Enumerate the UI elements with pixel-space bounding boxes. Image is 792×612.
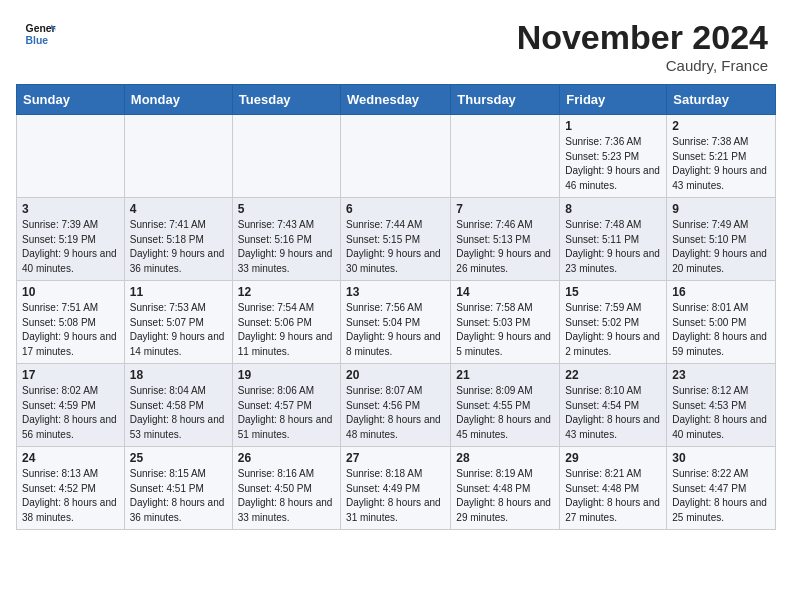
day-info: Sunrise: 8:18 AMSunset: 4:49 PMDaylight:… — [346, 467, 445, 525]
weekday-header-saturday: Saturday — [667, 85, 776, 115]
day-info: Sunrise: 7:56 AMSunset: 5:04 PMDaylight:… — [346, 301, 445, 359]
day-number: 9 — [672, 202, 770, 216]
svg-text:Blue: Blue — [26, 35, 49, 46]
calendar-cell: 6Sunrise: 7:44 AMSunset: 5:15 PMDaylight… — [341, 198, 451, 281]
calendar-cell: 30Sunrise: 8:22 AMSunset: 4:47 PMDayligh… — [667, 447, 776, 530]
day-number: 26 — [238, 451, 335, 465]
day-info: Sunrise: 7:39 AMSunset: 5:19 PMDaylight:… — [22, 218, 119, 276]
week-row-2: 3Sunrise: 7:39 AMSunset: 5:19 PMDaylight… — [17, 198, 776, 281]
day-number: 14 — [456, 285, 554, 299]
location: Caudry, France — [517, 57, 768, 74]
calendar-cell — [232, 115, 340, 198]
day-info: Sunrise: 8:02 AMSunset: 4:59 PMDaylight:… — [22, 384, 119, 442]
day-number: 2 — [672, 119, 770, 133]
day-number: 1 — [565, 119, 661, 133]
day-info: Sunrise: 7:36 AMSunset: 5:23 PMDaylight:… — [565, 135, 661, 193]
day-number: 7 — [456, 202, 554, 216]
day-number: 30 — [672, 451, 770, 465]
calendar-cell — [341, 115, 451, 198]
weekday-header-monday: Monday — [124, 85, 232, 115]
calendar-header: SundayMondayTuesdayWednesdayThursdayFrid… — [17, 85, 776, 115]
day-number: 22 — [565, 368, 661, 382]
weekday-header-wednesday: Wednesday — [341, 85, 451, 115]
day-info: Sunrise: 8:07 AMSunset: 4:56 PMDaylight:… — [346, 384, 445, 442]
day-info: Sunrise: 8:06 AMSunset: 4:57 PMDaylight:… — [238, 384, 335, 442]
calendar-cell: 2Sunrise: 7:38 AMSunset: 5:21 PMDaylight… — [667, 115, 776, 198]
day-info: Sunrise: 7:44 AMSunset: 5:15 PMDaylight:… — [346, 218, 445, 276]
day-number: 10 — [22, 285, 119, 299]
day-info: Sunrise: 8:10 AMSunset: 4:54 PMDaylight:… — [565, 384, 661, 442]
weekday-header-sunday: Sunday — [17, 85, 125, 115]
calendar-cell: 10Sunrise: 7:51 AMSunset: 5:08 PMDayligh… — [17, 281, 125, 364]
day-info: Sunrise: 8:22 AMSunset: 4:47 PMDaylight:… — [672, 467, 770, 525]
day-number: 23 — [672, 368, 770, 382]
page-header: General Blue November 2024 Caudry, Franc… — [0, 0, 792, 84]
day-info: Sunrise: 7:46 AMSunset: 5:13 PMDaylight:… — [456, 218, 554, 276]
calendar-table: SundayMondayTuesdayWednesdayThursdayFrid… — [16, 84, 776, 530]
week-row-5: 24Sunrise: 8:13 AMSunset: 4:52 PMDayligh… — [17, 447, 776, 530]
day-number: 29 — [565, 451, 661, 465]
day-number: 17 — [22, 368, 119, 382]
week-row-1: 1Sunrise: 7:36 AMSunset: 5:23 PMDaylight… — [17, 115, 776, 198]
day-number: 15 — [565, 285, 661, 299]
day-number: 20 — [346, 368, 445, 382]
day-number: 21 — [456, 368, 554, 382]
day-info: Sunrise: 8:12 AMSunset: 4:53 PMDaylight:… — [672, 384, 770, 442]
day-info: Sunrise: 8:16 AMSunset: 4:50 PMDaylight:… — [238, 467, 335, 525]
day-number: 27 — [346, 451, 445, 465]
day-info: Sunrise: 7:53 AMSunset: 5:07 PMDaylight:… — [130, 301, 227, 359]
day-info: Sunrise: 7:54 AMSunset: 5:06 PMDaylight:… — [238, 301, 335, 359]
calendar-cell: 27Sunrise: 8:18 AMSunset: 4:49 PMDayligh… — [341, 447, 451, 530]
month-title: November 2024 — [517, 18, 768, 57]
calendar-cell: 4Sunrise: 7:41 AMSunset: 5:18 PMDaylight… — [124, 198, 232, 281]
calendar-cell: 15Sunrise: 7:59 AMSunset: 5:02 PMDayligh… — [560, 281, 667, 364]
day-number: 3 — [22, 202, 119, 216]
weekday-row: SundayMondayTuesdayWednesdayThursdayFrid… — [17, 85, 776, 115]
calendar-cell: 1Sunrise: 7:36 AMSunset: 5:23 PMDaylight… — [560, 115, 667, 198]
calendar-cell: 7Sunrise: 7:46 AMSunset: 5:13 PMDaylight… — [451, 198, 560, 281]
calendar-cell: 23Sunrise: 8:12 AMSunset: 4:53 PMDayligh… — [667, 364, 776, 447]
weekday-header-tuesday: Tuesday — [232, 85, 340, 115]
day-info: Sunrise: 8:19 AMSunset: 4:48 PMDaylight:… — [456, 467, 554, 525]
day-number: 18 — [130, 368, 227, 382]
logo-icon: General Blue — [24, 18, 56, 50]
title-block: November 2024 Caudry, France — [517, 18, 768, 74]
day-info: Sunrise: 8:04 AMSunset: 4:58 PMDaylight:… — [130, 384, 227, 442]
day-info: Sunrise: 7:43 AMSunset: 5:16 PMDaylight:… — [238, 218, 335, 276]
calendar-cell — [124, 115, 232, 198]
calendar-cell: 8Sunrise: 7:48 AMSunset: 5:11 PMDaylight… — [560, 198, 667, 281]
calendar-cell: 24Sunrise: 8:13 AMSunset: 4:52 PMDayligh… — [17, 447, 125, 530]
day-info: Sunrise: 7:49 AMSunset: 5:10 PMDaylight:… — [672, 218, 770, 276]
calendar-cell: 21Sunrise: 8:09 AMSunset: 4:55 PMDayligh… — [451, 364, 560, 447]
calendar-cell: 16Sunrise: 8:01 AMSunset: 5:00 PMDayligh… — [667, 281, 776, 364]
calendar-cell — [17, 115, 125, 198]
calendar-cell: 20Sunrise: 8:07 AMSunset: 4:56 PMDayligh… — [341, 364, 451, 447]
logo: General Blue — [24, 18, 56, 50]
calendar-cell — [451, 115, 560, 198]
day-number: 25 — [130, 451, 227, 465]
day-info: Sunrise: 8:13 AMSunset: 4:52 PMDaylight:… — [22, 467, 119, 525]
day-number: 28 — [456, 451, 554, 465]
calendar-cell: 12Sunrise: 7:54 AMSunset: 5:06 PMDayligh… — [232, 281, 340, 364]
calendar-cell: 25Sunrise: 8:15 AMSunset: 4:51 PMDayligh… — [124, 447, 232, 530]
calendar-cell: 17Sunrise: 8:02 AMSunset: 4:59 PMDayligh… — [17, 364, 125, 447]
day-number: 8 — [565, 202, 661, 216]
week-row-3: 10Sunrise: 7:51 AMSunset: 5:08 PMDayligh… — [17, 281, 776, 364]
day-number: 24 — [22, 451, 119, 465]
day-number: 5 — [238, 202, 335, 216]
day-info: Sunrise: 8:21 AMSunset: 4:48 PMDaylight:… — [565, 467, 661, 525]
calendar-cell: 28Sunrise: 8:19 AMSunset: 4:48 PMDayligh… — [451, 447, 560, 530]
calendar-cell: 18Sunrise: 8:04 AMSunset: 4:58 PMDayligh… — [124, 364, 232, 447]
day-info: Sunrise: 7:51 AMSunset: 5:08 PMDaylight:… — [22, 301, 119, 359]
day-number: 6 — [346, 202, 445, 216]
calendar-cell: 14Sunrise: 7:58 AMSunset: 5:03 PMDayligh… — [451, 281, 560, 364]
week-row-4: 17Sunrise: 8:02 AMSunset: 4:59 PMDayligh… — [17, 364, 776, 447]
day-info: Sunrise: 8:01 AMSunset: 5:00 PMDaylight:… — [672, 301, 770, 359]
day-number: 12 — [238, 285, 335, 299]
day-info: Sunrise: 7:38 AMSunset: 5:21 PMDaylight:… — [672, 135, 770, 193]
day-info: Sunrise: 7:58 AMSunset: 5:03 PMDaylight:… — [456, 301, 554, 359]
calendar-cell: 9Sunrise: 7:49 AMSunset: 5:10 PMDaylight… — [667, 198, 776, 281]
day-info: Sunrise: 8:09 AMSunset: 4:55 PMDaylight:… — [456, 384, 554, 442]
calendar-body: 1Sunrise: 7:36 AMSunset: 5:23 PMDaylight… — [17, 115, 776, 530]
calendar-cell: 11Sunrise: 7:53 AMSunset: 5:07 PMDayligh… — [124, 281, 232, 364]
